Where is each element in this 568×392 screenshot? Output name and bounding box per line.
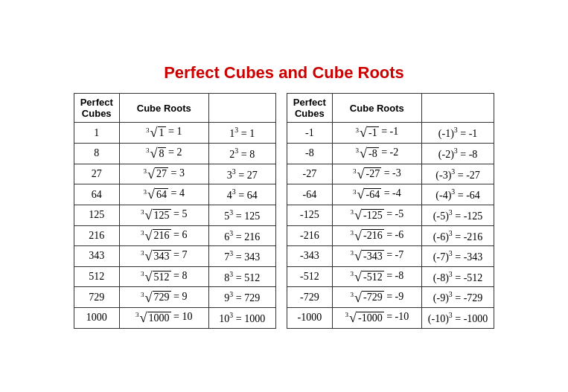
table-row: -216 3-216 = -6 (-6)3 = -216 — [287, 225, 494, 246]
cube-root-expr: 364 — [144, 187, 169, 201]
table-row: -27 3-27 = -3 (-3)3 = -27 — [287, 164, 494, 184]
cube-root-expr: 3343 — [141, 249, 171, 263]
cube-root-cell: 3-343 = -7 — [332, 246, 421, 267]
left-header-cube-roots: Cube Roots — [119, 94, 208, 123]
left-header-power — [208, 94, 275, 123]
cube-root-cell: 3-1000 = -10 — [332, 308, 421, 329]
right-header-power — [421, 94, 494, 123]
cube-root-expr: 3-512 — [350, 270, 383, 283]
table-row: 27 327 = 3 33 = 27 — [74, 164, 275, 184]
left-table: PerfectCubes Cube Roots 1 31 = 1 13 = 1 … — [74, 93, 276, 329]
perfect-cube-cell: -216 — [287, 225, 332, 246]
cube-root-expr: 3-1000 — [345, 311, 383, 324]
cube-root-cell: 38 = 2 — [119, 143, 208, 164]
table-row: 512 3512 = 8 83 = 512 — [74, 266, 275, 287]
cube-root-cell: 3-216 = -6 — [332, 225, 421, 246]
power-cell: (-5)3 = -125 — [421, 205, 494, 225]
table-row: -1 3-1 = -1 (-1)3 = -1 — [287, 123, 494, 144]
perfect-cube-cell: 729 — [74, 287, 119, 308]
table-row: 125 3125 = 5 53 = 125 — [74, 205, 275, 225]
table-row: -512 3-512 = -8 (-8)3 = -512 — [287, 266, 494, 287]
power-cell: 23 = 8 — [208, 143, 275, 164]
right-header-perfect-cubes: PerfectCubes — [287, 94, 332, 123]
cube-root-cell: 31000 = 10 — [119, 308, 208, 329]
cube-root-expr: 31000 — [135, 311, 171, 324]
tables-wrapper: PerfectCubes Cube Roots 1 31 = 1 13 = 1 … — [9, 93, 560, 329]
cube-root-cell: 3-64 = -4 — [332, 184, 421, 205]
perfect-cube-cell: -343 — [287, 246, 332, 267]
cube-root-expr: 3-216 — [350, 229, 383, 242]
perfect-cube-cell: -64 — [287, 184, 332, 205]
power-cell: (-4)3 = -64 — [421, 184, 494, 205]
perfect-cube-cell: 8 — [74, 143, 119, 164]
perfect-cube-cell: 125 — [74, 205, 119, 225]
cube-root-cell: 3-1 = -1 — [332, 123, 421, 144]
perfect-cube-cell: -1000 — [287, 308, 332, 329]
table-row: 1 31 = 1 13 = 1 — [74, 123, 275, 144]
power-cell: 63 = 216 — [208, 225, 275, 246]
table-row: -1000 3-1000 = -10 (-10)3 = -1000 — [287, 308, 494, 329]
power-cell: 53 = 125 — [208, 205, 275, 225]
power-cell: (-3)3 = -27 — [421, 164, 494, 184]
right-table: PerfectCubes Cube Roots -1 3-1 = -1 (-1)… — [287, 93, 495, 329]
table-row: 8 38 = 2 23 = 8 — [74, 143, 275, 164]
table-row: -8 3-8 = -2 (-2)3 = -8 — [287, 143, 494, 164]
cube-root-expr: 38 — [146, 147, 166, 160]
power-cell: 73 = 343 — [208, 246, 275, 267]
cube-root-expr: 3125 — [141, 208, 171, 222]
power-cell: (-10)3 = -1000 — [421, 308, 494, 329]
table-row: 64 364 = 4 43 = 64 — [74, 184, 275, 205]
cube-root-cell: 31 = 1 — [119, 123, 208, 144]
cube-root-expr: 3-125 — [350, 208, 383, 222]
perfect-cube-cell: 1000 — [74, 308, 119, 329]
power-cell: 103 = 1000 — [208, 308, 275, 329]
power-cell: 13 = 1 — [208, 123, 275, 144]
power-cell: (-1)3 = -1 — [421, 123, 494, 144]
power-cell: (-6)3 = -216 — [421, 225, 494, 246]
cube-root-expr: 3216 — [141, 229, 171, 242]
perfect-cube-cell: -27 — [287, 164, 332, 184]
right-header-cube-roots: Cube Roots — [332, 94, 421, 123]
table-row: -729 3-729 = -9 (-9)3 = -729 — [287, 287, 494, 308]
cube-root-expr: 3-64 — [353, 187, 381, 201]
cube-root-expr: 327 — [144, 167, 169, 181]
cube-root-cell: 3-8 = -2 — [332, 143, 421, 164]
perfect-cube-cell: 64 — [74, 184, 119, 205]
power-cell: 83 = 512 — [208, 266, 275, 287]
table-row: 343 3343 = 7 73 = 343 — [74, 246, 275, 267]
perfect-cube-cell: 216 — [74, 225, 119, 246]
perfect-cube-cell: 343 — [74, 246, 119, 267]
cube-root-expr: 3512 — [141, 270, 171, 283]
table-row: 216 3216 = 6 63 = 216 — [74, 225, 275, 246]
cube-root-cell: 327 = 3 — [119, 164, 208, 184]
page-container: Perfect Cubes and Cube Roots PerfectCube… — [9, 63, 560, 329]
power-cell: (-9)3 = -729 — [421, 287, 494, 308]
cube-root-cell: 3729 = 9 — [119, 287, 208, 308]
perfect-cube-cell: 1 — [74, 123, 119, 144]
power-cell: (-7)3 = -343 — [421, 246, 494, 267]
perfect-cube-cell: -8 — [287, 143, 332, 164]
table-row: -343 3-343 = -7 (-7)3 = -343 — [287, 246, 494, 267]
perfect-cube-cell: -729 — [287, 287, 332, 308]
cube-root-cell: 364 = 4 — [119, 184, 208, 205]
power-cell: 43 = 64 — [208, 184, 275, 205]
perfect-cube-cell: 512 — [74, 266, 119, 287]
perfect-cube-cell: -125 — [287, 205, 332, 225]
cube-root-expr: 31 — [146, 126, 166, 139]
power-cell: (-2)3 = -8 — [421, 143, 494, 164]
left-header-perfect-cubes: PerfectCubes — [74, 94, 119, 123]
cube-root-cell: 3512 = 8 — [119, 266, 208, 287]
perfect-cube-cell: 27 — [74, 164, 119, 184]
cube-root-cell: 3216 = 6 — [119, 225, 208, 246]
table-row: -64 3-64 = -4 (-4)3 = -64 — [287, 184, 494, 205]
cube-root-cell: 3-125 = -5 — [332, 205, 421, 225]
power-cell: 33 = 27 — [208, 164, 275, 184]
cube-root-cell: 3-512 = -8 — [332, 266, 421, 287]
cube-root-cell: 3343 = 7 — [119, 246, 208, 267]
cube-root-expr: 3-27 — [353, 167, 381, 181]
cube-root-expr: 3729 — [141, 291, 171, 304]
power-cell: (-8)3 = -512 — [421, 266, 494, 287]
page-title: Perfect Cubes and Cube Roots — [9, 63, 560, 83]
cube-root-cell: 3-729 = -9 — [332, 287, 421, 308]
cube-root-expr: 3-8 — [355, 147, 378, 160]
